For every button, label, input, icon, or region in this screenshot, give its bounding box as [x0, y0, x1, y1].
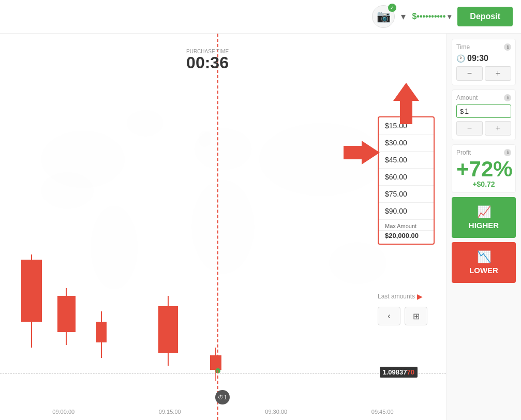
- camera-dropdown-icon[interactable]: ▾: [401, 11, 406, 22]
- x-label-2: 09:30:00: [265, 409, 287, 415]
- x-label-1: 09:15:00: [159, 409, 181, 415]
- price-badge: 1.0983770: [380, 367, 418, 378]
- svg-rect-13: [57, 296, 76, 332]
- profit-header: Profit ℹ: [456, 149, 511, 156]
- last-amounts-arrow-icon[interactable]: ▶: [417, 292, 423, 301]
- amount-item-1[interactable]: $30.00: [379, 134, 434, 152]
- price-highlight: 70: [407, 368, 414, 376]
- amount-minus-button[interactable]: −: [456, 121, 483, 136]
- higher-icon: 📈: [477, 205, 491, 219]
- svg-marker-27: [344, 141, 380, 164]
- main-container: PURCHASE TIME 00:36: [0, 34, 521, 420]
- profit-percentage: +72%: [456, 158, 511, 180]
- amount-input[interactable]: [465, 107, 501, 115]
- amount-stepper-row: − +: [456, 121, 511, 136]
- calculator-button[interactable]: ⊞: [405, 307, 427, 325]
- profit-prefix: +: [456, 157, 469, 181]
- nav-buttons-row: ‹ ⊞: [378, 307, 427, 325]
- profit-pct-sign: %: [493, 157, 512, 181]
- max-amount-label: Max Amount: [379, 220, 434, 231]
- price-main: 1.09837: [383, 368, 407, 376]
- amount-section: Amount ℹ $ − +: [452, 89, 516, 140]
- max-amount-value[interactable]: $20,000.00: [379, 231, 434, 244]
- svg-rect-16: [96, 322, 107, 342]
- arrow-right-indicator: [344, 140, 380, 168]
- amount-item-5[interactable]: $90.00: [379, 203, 434, 220]
- time-section-header: Time ℹ: [456, 43, 511, 51]
- svg-point-1: [41, 172, 93, 208]
- x-label-0: 09:00:00: [52, 409, 75, 415]
- clock-icon: 🕐: [456, 54, 465, 63]
- time-info-icon[interactable]: ℹ: [504, 43, 511, 51]
- camera-button[interactable]: 📷 ✓: [372, 5, 395, 28]
- amount-info-icon[interactable]: ℹ: [504, 94, 511, 101]
- purchase-time-label: PURCHASE TIME 00:36: [186, 49, 229, 71]
- amount-dropdown: $15.00 $30.00 $45.00 $60.00 $75.00 $90.0…: [378, 116, 435, 245]
- header: 📷 ✓ ▾ $•••••••••• ▾ Deposit: [0, 0, 521, 34]
- profit-dollar-value: +$0.72: [456, 180, 511, 188]
- amount-item-3[interactable]: $60.00: [379, 169, 434, 186]
- amount-input-row: $: [456, 104, 511, 118]
- profit-title: Profit: [456, 149, 471, 156]
- dollar-sign: $: [460, 108, 464, 115]
- lower-icon: 📉: [477, 250, 491, 264]
- time-section-title: Time: [456, 43, 470, 51]
- svg-rect-22: [210, 355, 221, 370]
- vertical-time-line: [217, 34, 218, 420]
- balance-dropdown-icon: ▾: [448, 12, 451, 21]
- amount-item-2[interactable]: $45.00: [379, 152, 434, 169]
- svg-rect-10: [21, 260, 42, 322]
- amount-plus-button[interactable]: +: [485, 121, 511, 136]
- time-value-text: 09:30: [467, 54, 488, 63]
- time-value-display: 🕐 09:30: [456, 54, 511, 63]
- amount-item-4[interactable]: $75.00: [379, 186, 434, 203]
- purchase-time-value: 00:36: [186, 54, 229, 71]
- right-panel: Time ℹ 🕐 09:30 − + Amount ℹ $ −: [446, 34, 521, 420]
- lower-button[interactable]: 📉 LOWER: [452, 242, 516, 283]
- chart-area: PURCHASE TIME 00:36: [0, 34, 446, 420]
- camera-check-icon: ✓: [388, 4, 396, 12]
- lower-label: LOWER: [469, 266, 498, 275]
- amount-section-title: Amount: [456, 94, 478, 101]
- profit-section: Profit ℹ +72% +$0.72: [452, 144, 516, 193]
- last-amounts-label: Last amounts: [378, 293, 415, 300]
- svg-marker-26: [393, 83, 419, 124]
- time-section: Time ℹ 🕐 09:30 − +: [452, 39, 516, 85]
- svg-point-8: [199, 131, 211, 146]
- x-label-3: 09:45:00: [371, 409, 394, 415]
- balance-button[interactable]: $•••••••••• ▾: [412, 12, 451, 21]
- higher-button[interactable]: 📈 HIGHER: [452, 197, 516, 238]
- time-plus-button[interactable]: +: [485, 66, 511, 81]
- back-button[interactable]: ‹: [378, 307, 400, 325]
- balance-value: $••••••••••: [412, 12, 445, 21]
- higher-label: HIGHER: [469, 221, 499, 230]
- timer-circle: ⏱1: [215, 390, 230, 404]
- time-stepper-row: − +: [456, 66, 511, 81]
- last-amounts-row: Last amounts ▶: [378, 292, 423, 301]
- svg-rect-19: [158, 306, 178, 353]
- svg-point-7: [127, 110, 163, 136]
- arrow-down-indicator: [391, 83, 422, 126]
- x-axis-labels: 09:00:00 09:15:00 09:30:00 09:45:00: [0, 409, 446, 415]
- amount-section-header: Amount ℹ: [456, 94, 511, 101]
- time-minus-button[interactable]: −: [456, 66, 483, 81]
- deposit-button[interactable]: Deposit: [457, 7, 513, 26]
- profit-info-icon[interactable]: ℹ: [504, 149, 511, 156]
